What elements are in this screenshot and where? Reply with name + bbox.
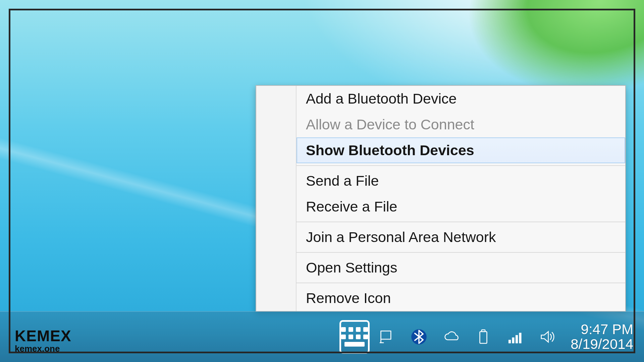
menu-item-receive-a-file[interactable]: Receive a File: [297, 194, 625, 220]
menu-separator: [296, 283, 625, 283]
bluetooth-context-menu: Add a Bluetooth Device Allow a Device to…: [256, 85, 626, 312]
action-center-icon[interactable]: [375, 325, 398, 348]
svg-rect-2: [482, 330, 485, 331]
svg-rect-6: [519, 333, 522, 344]
menu-item-add-bluetooth-device[interactable]: Add a Bluetooth Device: [297, 86, 625, 112]
menu-item-show-bluetooth-devices[interactable]: Show Bluetooth Devices: [297, 137, 625, 163]
tray-time: 9:47 PM: [571, 322, 633, 337]
network-signal-icon[interactable]: [504, 325, 527, 348]
menu-separator: [296, 222, 625, 222]
system-tray: 9:47 PM 8/19/2014: [343, 322, 644, 352]
menu-item-remove-icon[interactable]: Remove Icon: [297, 285, 625, 311]
menu-item-open-settings[interactable]: Open Settings: [297, 255, 625, 281]
svg-rect-3: [508, 340, 511, 344]
tray-clock[interactable]: 9:47 PM 8/19/2014: [569, 322, 638, 352]
taskbar: 9:47 PM 8/19/2014: [0, 311, 644, 362]
menu-icon-strip: [256, 86, 297, 311]
menu-items: Add a Bluetooth Device Allow a Device to…: [297, 86, 625, 311]
menu-separator: [296, 165, 625, 166]
onedrive-icon[interactable]: [440, 325, 463, 348]
svg-rect-4: [512, 338, 515, 344]
keyboard-icon: [339, 320, 370, 354]
battery-icon[interactable]: [472, 325, 495, 348]
tray-date: 8/19/2014: [571, 337, 633, 352]
svg-rect-1: [480, 331, 487, 343]
svg-rect-5: [516, 335, 518, 344]
menu-item-send-a-file[interactable]: Send a File: [297, 168, 625, 194]
volume-icon[interactable]: [536, 325, 559, 348]
menu-item-join-pan[interactable]: Join a Personal Area Network: [297, 224, 625, 250]
menu-item-allow-device-to-connect: Allow a Device to Connect: [297, 112, 625, 137]
bluetooth-icon[interactable]: [408, 325, 430, 348]
touch-keyboard-button[interactable]: [343, 325, 366, 348]
menu-separator: [296, 252, 625, 253]
